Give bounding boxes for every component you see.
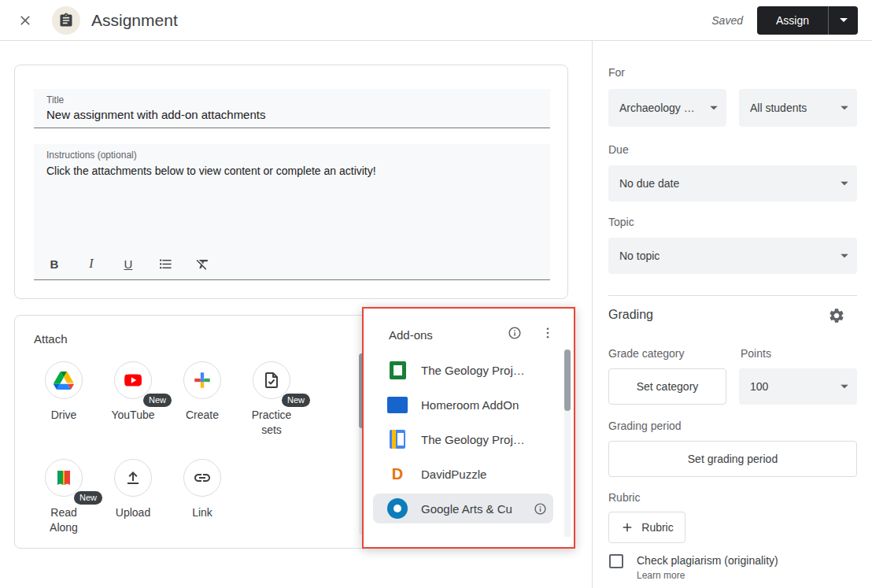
- plagiarism-checkbox[interactable]: [609, 554, 623, 568]
- grading-settings-button[interactable]: [826, 305, 847, 326]
- addons-header: Add-ons: [364, 309, 574, 346]
- points-value: 100: [750, 380, 768, 393]
- attach-heading: Attach: [34, 332, 68, 346]
- due-date-select[interactable]: No due date: [608, 165, 857, 202]
- addons-list: The Geology Proj… Homeroom AddOn The Geo…: [364, 353, 574, 523]
- points-label: Points: [741, 347, 771, 360]
- homeroom-icon: [387, 397, 408, 413]
- grading-heading: Grading: [608, 308, 653, 322]
- title-field[interactable]: Title New assignment with add-on attachm…: [34, 89, 550, 128]
- top-bar: Assignment Saved Assign: [0, 0, 872, 41]
- read-along-icon: [54, 468, 73, 487]
- create-plus-icon: [192, 370, 212, 390]
- link-button[interactable]: [183, 459, 221, 497]
- attach-option-practice-sets: New Practice sets: [237, 361, 306, 438]
- attach-option-link: Link: [168, 459, 237, 520]
- title-field-value[interactable]: New assignment with add-on attachments: [46, 108, 538, 121]
- google-arts-culture-icon: [387, 498, 408, 519]
- scrollbar-thumb[interactable]: [564, 349, 571, 411]
- students-select-value: All students: [750, 102, 807, 114]
- more-options-icon[interactable]: [541, 326, 555, 343]
- assign-dropdown-button[interactable]: [828, 6, 858, 35]
- addon-item-google-arts-culture[interactable]: Google Arts & Cu: [373, 494, 553, 523]
- instructions-field-value[interactable]: Click the attachments below to view cont…: [46, 165, 538, 177]
- attach-option-youtube: New YouTube: [98, 361, 168, 423]
- assign-button[interactable]: Assign: [757, 6, 828, 35]
- chevron-down-icon: [710, 106, 718, 110]
- assign-split-button: Assign: [757, 6, 858, 35]
- assignment-type-icon: [52, 6, 80, 35]
- saved-status: Saved: [711, 14, 743, 27]
- close-icon: [17, 13, 33, 28]
- page-title: Assignment: [91, 11, 178, 30]
- addon-name: The Geology Proj…: [421, 364, 525, 377]
- instructions-field[interactable]: Instructions (optional) Click the attach…: [34, 144, 550, 280]
- rubric-label: Rubric: [608, 491, 640, 504]
- title-field-label: Title: [46, 94, 538, 105]
- addons-scrollbar[interactable]: [564, 349, 571, 537]
- add-rubric-button[interactable]: Rubric: [608, 512, 685, 543]
- addon-item-geology-project-2[interactable]: The Geology Proj…: [364, 422, 574, 457]
- formatting-toolbar: B I U: [46, 255, 210, 272]
- attach-option-drive: Drive: [29, 361, 98, 423]
- youtube-icon: [123, 370, 143, 390]
- geology-project-icon: [387, 361, 408, 379]
- due-date-value: No due date: [619, 177, 679, 190]
- topic-label: Topic: [608, 216, 634, 228]
- addon-name: Homeroom AddOn: [421, 398, 519, 412]
- create-button[interactable]: [183, 361, 221, 399]
- set-category-button[interactable]: Set category: [608, 368, 726, 405]
- for-label: For: [608, 66, 625, 79]
- addon-item-homeroom[interactable]: Homeroom AddOn: [364, 387, 574, 422]
- drive-icon: [54, 372, 74, 390]
- attach-label-create: Create: [168, 408, 237, 423]
- addon-item-davidpuzzle[interactable]: D DavidPuzzle: [364, 457, 574, 491]
- attach-label-link: Link: [168, 505, 237, 520]
- underline-icon[interactable]: U: [120, 255, 136, 272]
- bulleted-list-icon[interactable]: [157, 255, 173, 272]
- attach-option-create: Create: [168, 361, 237, 423]
- set-grading-period-button[interactable]: Set grading period: [608, 441, 857, 477]
- gear-icon: [828, 307, 845, 324]
- topic-select[interactable]: No topic: [608, 238, 857, 274]
- italic-icon[interactable]: I: [83, 255, 99, 272]
- addon-name: DavidPuzzle: [421, 468, 486, 481]
- read-along-button[interactable]: [45, 459, 83, 497]
- youtube-button[interactable]: [114, 361, 152, 399]
- class-select-value: Archaeology …: [619, 102, 695, 114]
- info-icon[interactable]: [508, 326, 522, 343]
- new-badge: New: [282, 394, 310, 407]
- practice-sets-button[interactable]: [253, 361, 290, 399]
- close-button[interactable]: [14, 9, 36, 31]
- class-select[interactable]: Archaeology …: [608, 89, 726, 127]
- rubric-button-label: Rubric: [641, 521, 673, 534]
- grading-period-label: Grading period: [608, 420, 682, 432]
- link-icon: [193, 468, 212, 487]
- addon-item-geology-project-1[interactable]: The Geology Proj…: [364, 353, 574, 387]
- clear-formatting-icon[interactable]: [194, 255, 210, 272]
- addons-popup: Add-ons The Geology Proj… Homeroom AddOn…: [362, 307, 575, 549]
- bold-icon[interactable]: B: [46, 255, 62, 272]
- grade-category-label: Grade category: [608, 347, 685, 360]
- divider: [608, 295, 857, 296]
- chevron-down-icon: [841, 385, 848, 389]
- addon-name: The Geology Proj…: [421, 433, 525, 446]
- attach-option-upload: Upload: [98, 459, 168, 520]
- chevron-down-icon: [840, 18, 848, 22]
- learn-more-link[interactable]: Learn more: [637, 570, 685, 581]
- chevron-down-icon: [841, 106, 848, 110]
- attach-label-youtube: YouTube: [98, 408, 168, 423]
- due-label: Due: [608, 143, 629, 156]
- attach-label-drive: Drive: [29, 408, 98, 423]
- attach-option-read-along: New Read Along: [29, 459, 98, 535]
- practice-sets-icon: [262, 371, 281, 390]
- points-select[interactable]: 100: [739, 368, 857, 405]
- students-select[interactable]: All students: [739, 89, 857, 127]
- drive-button[interactable]: [45, 361, 83, 399]
- details-card: Title New assignment with add-on attachm…: [14, 65, 568, 299]
- upload-button[interactable]: [114, 459, 152, 497]
- addon-name: Google Arts & Cu: [421, 502, 512, 516]
- info-icon[interactable]: [534, 502, 547, 516]
- attach-label-upload: Upload: [98, 505, 168, 520]
- plus-icon: [620, 520, 634, 534]
